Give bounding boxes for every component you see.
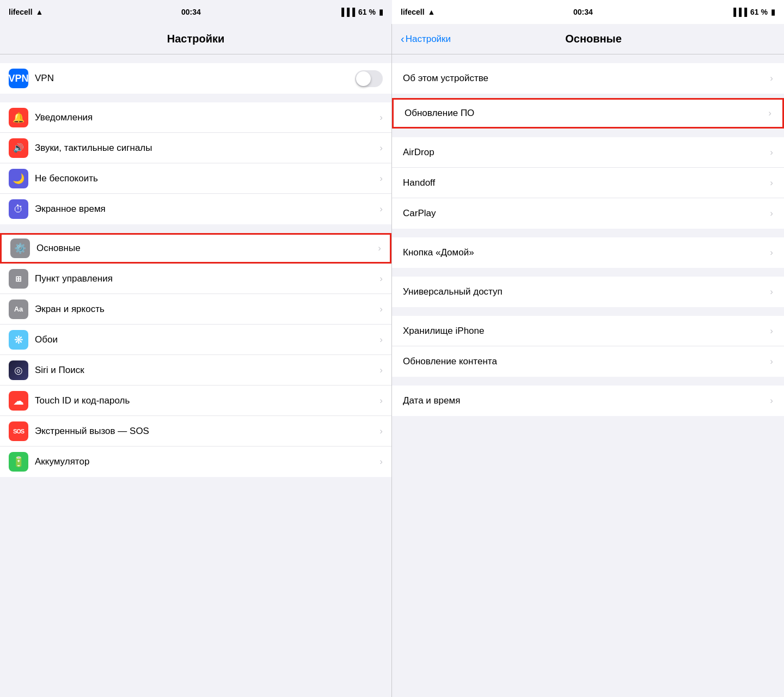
handoff-chevron: › — [770, 178, 773, 188]
right-group-home: Кнопка «Домой» › — [392, 237, 784, 268]
bg-refresh-row[interactable]: Обновление контента › — [392, 346, 784, 377]
right-group-accessibility: Универсальный доступ › — [392, 277, 784, 307]
right-wifi-icon: ▲ — [428, 8, 436, 16]
right-time: 00:34 — [573, 8, 593, 16]
datetime-chevron: › — [770, 395, 773, 406]
general-chevron: › — [378, 243, 381, 254]
left-time: 00:34 — [181, 8, 201, 16]
software-update-chevron: › — [768, 108, 771, 119]
vpn-icon-text: VPN — [9, 73, 29, 84]
battery-row[interactable]: 🔋 Аккумулятор › — [0, 447, 391, 477]
screentime-icon: ⏱ — [9, 199, 28, 219]
right-battery-text: 61 % — [750, 8, 768, 16]
dnd-chevron: › — [379, 173, 383, 184]
control-center-chevron: › — [379, 273, 383, 284]
siri-chevron: › — [379, 365, 383, 376]
wallpaper-label: Обои — [35, 334, 379, 345]
right-carrier: lifecell — [401, 8, 425, 16]
right-status-right: ▐▐▐ 61 % ▮ — [731, 8, 775, 16]
left-panel-title: Настройки — [167, 33, 225, 45]
right-sep-4 — [392, 311, 784, 316]
home-button-label: Кнопка «Домой» — [403, 247, 770, 258]
left-panel-header: Настройки — [0, 24, 391, 54]
right-status-left: lifecell ▲ — [401, 8, 435, 16]
right-panel: ‹ Настройки Основные Об этом устройстве … — [392, 24, 784, 697]
sos-label: Экстренный вызов — SOS — [35, 426, 379, 437]
right-sep-1 — [392, 133, 784, 137]
vpn-toggle[interactable] — [355, 70, 383, 87]
general-row[interactable]: ⚙️ Основные › — [0, 233, 391, 264]
battery-label: Аккумулятор — [35, 456, 379, 467]
siri-row[interactable]: ◎ Siri и Поиск › — [0, 355, 391, 386]
right-group-connectivity: AirDrop › Handoff › CarPlay › — [392, 137, 784, 229]
software-update-label: Обновление ПО — [405, 108, 768, 119]
handoff-label: Handoff — [403, 178, 770, 188]
dnd-row[interactable]: 🌙 Не беспокоить › — [0, 163, 391, 194]
wallpaper-row[interactable]: ❋ Обои › — [0, 325, 391, 355]
right-battery-icon: ▮ — [771, 8, 775, 16]
back-label: Настройки — [406, 34, 451, 45]
left-group-1: 🔔 Уведомления › 🔊 Звуки, тактильные сигн… — [0, 102, 391, 224]
left-battery-icon: ▮ — [379, 8, 383, 16]
notifications-row[interactable]: 🔔 Уведомления › — [0, 102, 391, 133]
left-status-right: ▐▐▐ 61 % ▮ — [339, 8, 383, 16]
section-sep-1 — [0, 98, 391, 102]
left-carrier: lifecell — [9, 8, 33, 16]
handoff-row[interactable]: Handoff › — [392, 168, 784, 198]
left-signal-icon: ▐▐▐ — [339, 8, 355, 16]
wallpaper-icon: ❋ — [9, 330, 28, 350]
sos-row[interactable]: SOS Экстренный вызов — SOS › — [0, 416, 391, 447]
iphone-storage-chevron: › — [770, 326, 773, 337]
control-center-row[interactable]: ⊞ Пункт управления › — [0, 264, 391, 294]
right-panel-title: Основные — [565, 33, 622, 45]
carplay-chevron: › — [770, 208, 773, 219]
top-gap — [0, 59, 391, 63]
touchid-chevron: › — [379, 395, 383, 406]
left-panel: Настройки VPN VPN 🔔 Уведомления — [0, 24, 392, 697]
vpn-label: VPN — [35, 73, 355, 84]
carplay-row[interactable]: CarPlay › — [392, 198, 784, 229]
touchid-row[interactable]: ☁ Touch ID и код-пароль › — [0, 386, 391, 416]
right-panel-header: ‹ Настройки Основные — [392, 24, 784, 54]
sounds-icon: 🔊 — [9, 138, 28, 158]
status-bars-row: lifecell ▲ 00:34 ▐▐▐ 61 % ▮ lifecell ▲ 0… — [0, 0, 784, 24]
control-center-icon: ⊞ — [9, 269, 28, 289]
left-settings-scroll[interactable]: VPN VPN 🔔 Уведомления › 🔊 Звуки, тактиль… — [0, 54, 391, 697]
right-group-datetime: Дата и время › — [392, 386, 784, 416]
screentime-chevron: › — [379, 204, 383, 215]
home-button-row[interactable]: Кнопка «Домой» › — [392, 237, 784, 268]
screentime-label: Экранное время — [35, 204, 379, 215]
control-center-label: Пункт управления — [35, 273, 379, 284]
vpn-icon: VPN — [9, 69, 28, 88]
screentime-row[interactable]: ⏱ Экранное время › — [0, 194, 391, 224]
sounds-chevron: › — [379, 143, 383, 154]
notifications-label: Уведомления — [35, 112, 379, 123]
display-row[interactable]: Aa Экран и яркость › — [0, 294, 391, 325]
airdrop-row[interactable]: AirDrop › — [392, 137, 784, 168]
iphone-storage-row[interactable]: Хранилище iPhone › — [392, 316, 784, 346]
dnd-icon: 🌙 — [9, 169, 28, 188]
back-button[interactable]: ‹ Настройки — [401, 33, 451, 45]
wallpaper-chevron: › — [379, 334, 383, 345]
sounds-row[interactable]: 🔊 Звуки, тактильные сигналы › — [0, 133, 391, 163]
touchid-icon: ☁ — [9, 391, 28, 411]
right-sep-3 — [392, 272, 784, 277]
sos-chevron: › — [379, 426, 383, 437]
back-chevron-icon: ‹ — [401, 33, 405, 45]
display-label: Экран и яркость — [35, 304, 379, 315]
right-top-gap — [392, 59, 784, 63]
siri-label: Siri и Поиск — [35, 365, 379, 376]
display-icon: Aa — [9, 299, 28, 319]
right-sep-5 — [392, 381, 784, 386]
right-sep-2 — [392, 233, 784, 237]
right-settings-scroll[interactable]: Об этом устройстве › Обновление ПО › Air… — [392, 54, 784, 697]
accessibility-row[interactable]: Универсальный доступ › — [392, 277, 784, 307]
about-row[interactable]: Об этом устройстве › — [392, 63, 784, 94]
right-signal-icon: ▐▐▐ — [731, 8, 747, 16]
airdrop-chevron: › — [770, 147, 773, 158]
software-update-row[interactable]: Обновление ПО › — [392, 98, 784, 129]
bg-refresh-chevron: › — [770, 356, 773, 367]
vpn-row[interactable]: VPN VPN — [0, 63, 391, 94]
datetime-row[interactable]: Дата и время › — [392, 386, 784, 416]
airdrop-label: AirDrop — [403, 147, 770, 158]
